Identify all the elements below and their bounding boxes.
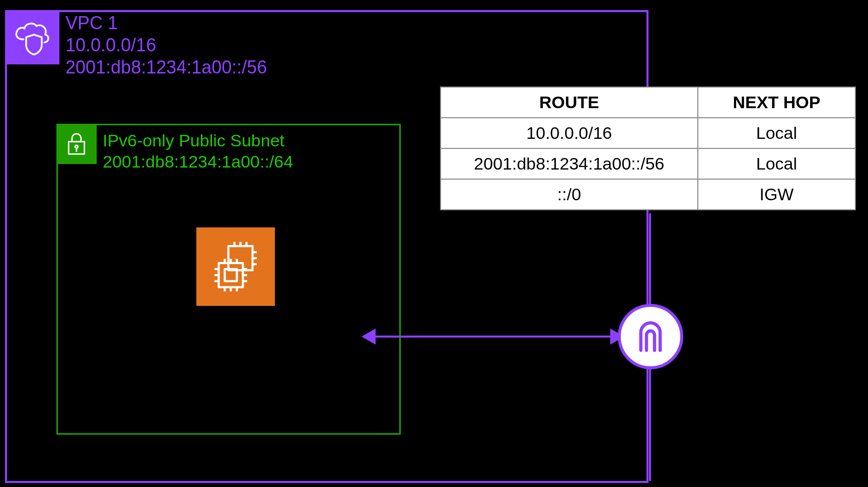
connector-line-top: [649, 213, 651, 307]
table-header-row: ROUTE NEXT HOP: [441, 87, 855, 118]
svg-rect-3: [229, 246, 253, 270]
route-table: ROUTE NEXT HOP 10.0.0.0/16 Local 2001:db…: [440, 87, 856, 210]
route-header: ROUTE: [441, 87, 698, 118]
lock-icon: [62, 130, 91, 158]
cloud-shield-icon: [11, 16, 54, 59]
vpc-title: VPC 1: [65, 12, 267, 34]
vpc-icon-tile: [5, 10, 59, 64]
table-row: ::/0 IGW: [441, 179, 855, 210]
connector-arrow-line: [372, 336, 623, 338]
subnet-title: IPv6-only Public Subnet: [103, 130, 293, 151]
subnet-cidr-v6: 2001:db8:1234:1a00::/64: [103, 151, 293, 172]
diagram-canvas: VPC 1 10.0.0.0/16 2001:db8:1234:1a00::/5…: [0, 0, 868, 487]
table-row: 10.0.0.0/16 Local: [441, 118, 855, 148]
next-hop-cell: Local: [698, 118, 855, 148]
internet-gateway: [618, 304, 683, 369]
next-hop-cell: Local: [698, 148, 855, 179]
svg-rect-10: [219, 263, 243, 287]
next-hop-header: NEXT HOP: [698, 87, 855, 118]
table-row: 2001:db8:1234:1a00::/56 Local: [441, 148, 855, 179]
ec2-instance-icon: [205, 236, 266, 297]
internet-gateway-icon: [630, 316, 671, 357]
subnet-label-block: IPv6-only Public Subnet 2001:db8:1234:1a…: [103, 130, 293, 172]
subnet-icon-tile: [56, 124, 97, 164]
ec2-instance-tile: [196, 227, 275, 306]
route-cell: 2001:db8:1234:1a00::/56: [441, 148, 698, 179]
vpc-cidr-v6: 2001:db8:1234:1a00::/56: [65, 56, 267, 78]
vpc-label-block: VPC 1 10.0.0.0/16 2001:db8:1234:1a00::/5…: [65, 12, 267, 78]
connector-line-bottom: [649, 367, 651, 481]
route-cell: 10.0.0.0/16: [441, 118, 698, 148]
arrow-head-left-icon: [361, 329, 376, 345]
vpc-cidr-v4: 10.0.0.0/16: [65, 34, 267, 56]
next-hop-cell: IGW: [698, 179, 855, 210]
route-cell: ::/0: [441, 179, 698, 210]
